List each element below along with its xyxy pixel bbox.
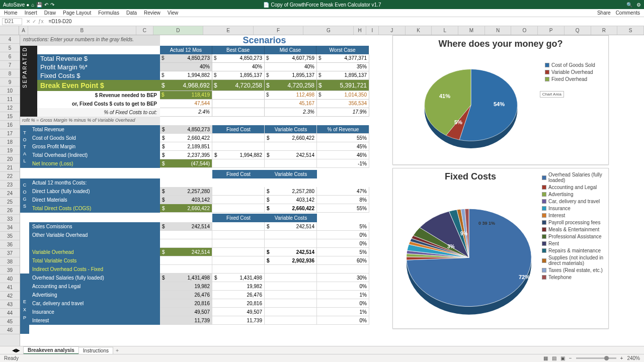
select-all-corner[interactable] (0, 26, 19, 35)
cell[interactable]: $242,514 (265, 248, 317, 256)
cell[interactable]: 26,476 (212, 291, 265, 299)
cell[interactable]: 26,476 (160, 291, 212, 299)
cell[interactable]: $242,514 (160, 222, 212, 231)
cell[interactable] (212, 142, 265, 151)
cell[interactable] (265, 282, 317, 291)
col-I[interactable]: I (366, 26, 379, 35)
cell[interactable]: 49,507 (212, 308, 265, 316)
cell[interactable]: 5% (317, 248, 369, 256)
row-25[interactable]: 25 (0, 198, 20, 206)
cell[interactable]: 49,507 (160, 308, 212, 316)
row-17[interactable]: 17 (0, 129, 20, 138)
row-12[interactable]: 12 (0, 104, 20, 112)
cell[interactable]: 45% (317, 142, 369, 151)
row-8[interactable]: 8 (0, 69, 20, 78)
zoom-plus-icon[interactable]: + (620, 355, 623, 361)
cell[interactable] (212, 196, 265, 204)
cell[interactable]: 1% (317, 291, 369, 299)
cell[interactable] (160, 256, 212, 265)
cell[interactable] (212, 265, 265, 274)
col-F[interactable]: F (254, 26, 304, 35)
fx-icon[interactable]: ƒx (38, 19, 44, 24)
tab-nav-prev-icon[interactable]: ◀ (12, 347, 16, 353)
cell[interactable] (212, 125, 265, 134)
row-23[interactable]: 23 (0, 180, 20, 189)
zoom-minus-icon[interactable]: − (569, 355, 572, 361)
cell[interactable] (317, 125, 369, 134)
cell[interactable] (212, 134, 265, 142)
cell[interactable]: 0% (317, 316, 369, 325)
cell[interactable]: $2,902,936 (265, 256, 317, 265)
cell[interactable]: $242,514 (265, 222, 317, 231)
row-21[interactable]: 21 (0, 163, 20, 172)
row-35[interactable]: 35 (0, 232, 20, 240)
row-41[interactable]: 41 (0, 283, 20, 292)
row-20[interactable]: 20 (0, 155, 20, 163)
ribbon-tab[interactable]: Home (4, 10, 18, 16)
grid[interactable]: nstructions: Enter your numbers in the g… (20, 35, 644, 354)
view-break-icon[interactable]: ▣ (560, 355, 565, 361)
col-R[interactable]: R (591, 26, 618, 35)
cell[interactable] (212, 222, 265, 231)
cell[interactable] (212, 187, 265, 196)
col-B[interactable]: B (28, 26, 136, 35)
cell[interactable]: 46% (317, 151, 369, 159)
cell[interactable]: 11,739 (212, 316, 265, 325)
cell[interactable]: $242,514 (265, 151, 317, 159)
col-C[interactable]: C (136, 26, 153, 35)
cell[interactable] (212, 204, 265, 213)
cell[interactable]: 11,739 (160, 316, 212, 325)
cell[interactable]: $1,994,882 (212, 151, 265, 159)
qat-undo-icon[interactable]: ↶ (44, 2, 48, 8)
cell[interactable] (265, 291, 317, 299)
cell[interactable] (265, 142, 317, 151)
cell[interactable]: $1,431,498 (160, 274, 212, 282)
cell[interactable]: 55% (317, 134, 369, 142)
row-46[interactable]: 46 (0, 326, 20, 334)
cell[interactable] (160, 265, 212, 274)
chart-area-button[interactable]: Chart Area (540, 91, 564, 98)
row-headers[interactable]: 4567891011121516171819202122232425263334… (0, 35, 20, 354)
row-11[interactable]: 11 (0, 95, 20, 104)
col-S[interactable]: S (617, 26, 644, 35)
cell[interactable]: 19,982 (160, 282, 212, 291)
cell[interactable] (265, 299, 317, 308)
cell[interactable] (212, 231, 265, 239)
cell[interactable]: $242,514 (160, 248, 212, 256)
row-15[interactable]: 15 (0, 112, 20, 121)
view-normal-icon[interactable]: ▦ (543, 355, 548, 361)
ribbon-tab[interactable]: Insert (25, 10, 37, 16)
comments-button[interactable]: Comments (616, 10, 640, 16)
cell[interactable] (212, 239, 265, 248)
col-D[interactable]: D (153, 26, 204, 35)
view-page-icon[interactable]: ▤ (552, 355, 556, 361)
cell[interactable] (265, 265, 317, 274)
cell[interactable] (265, 316, 317, 325)
name-box[interactable]: D21 (2, 18, 22, 25)
cell[interactable]: $(47,544) (160, 159, 212, 168)
col-H[interactable]: H (354, 26, 366, 35)
cell[interactable]: $403,142 (160, 196, 212, 204)
formula-input[interactable]: =D19-D20 (46, 19, 644, 24)
qat-home-icon[interactable]: ⌂ (31, 2, 34, 8)
cell[interactable] (160, 239, 212, 248)
zoom-slider[interactable] (576, 357, 616, 359)
cell[interactable] (265, 231, 317, 239)
cell[interactable]: 20,816 (212, 299, 265, 308)
qat-redo-icon[interactable]: ↷ (50, 2, 54, 8)
row-18[interactable]: 18 (0, 138, 20, 146)
row-16[interactable]: 16 (0, 121, 20, 129)
cell[interactable]: $2,257,280 (160, 187, 212, 196)
ribbon-tab[interactable]: Draw (44, 10, 56, 16)
row-19[interactable]: 19 (0, 146, 20, 155)
row-4[interactable]: 4 (0, 35, 20, 44)
cell[interactable]: $2,237,395 (160, 151, 212, 159)
cell[interactable]: 0% (317, 282, 369, 291)
cell[interactable]: $2,660,422 (160, 134, 212, 142)
column-headers[interactable]: A B C D E F G H I J K L M N O P Q R S (0, 26, 644, 35)
cell[interactable]: $2,660,422 (265, 134, 317, 142)
row-22[interactable]: 22 (0, 172, 20, 180)
row-33[interactable]: 33 (0, 215, 20, 223)
col-E[interactable]: E (203, 26, 254, 35)
row-37[interactable]: 37 (0, 249, 20, 257)
